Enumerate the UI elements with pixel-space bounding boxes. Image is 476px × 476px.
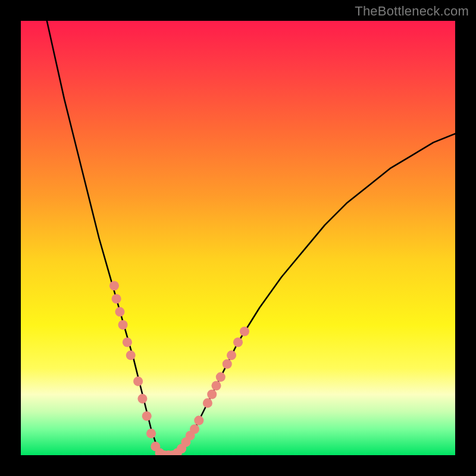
curve-marker [227, 350, 236, 360]
chart-frame: TheBottleneck.com [0, 0, 476, 476]
curve-marker [118, 320, 128, 330]
curve-marker [233, 337, 243, 347]
curve-marker [109, 281, 119, 290]
curve-marker [240, 327, 249, 336]
curve-marker [223, 359, 232, 369]
bottleneck-curve [47, 21, 455, 455]
curve-marker [137, 394, 147, 403]
curve-marker [211, 381, 221, 390]
watermark-label: TheBottleneck.com [355, 4, 469, 19]
curve-marker [146, 428, 156, 438]
curve-marker [216, 372, 226, 382]
curve-marker [126, 350, 136, 360]
curve-marker [194, 416, 203, 425]
plot-area [21, 21, 455, 455]
curve-marker [142, 411, 152, 421]
curve-marker [123, 337, 132, 347]
marker-group [109, 281, 249, 455]
curve-marker [115, 307, 124, 317]
curve-marker [190, 424, 199, 434]
curve-marker [133, 377, 143, 386]
curve-marker [112, 294, 121, 303]
curve-marker [207, 390, 217, 399]
curve-marker [203, 398, 212, 408]
curve-layer [21, 21, 455, 455]
